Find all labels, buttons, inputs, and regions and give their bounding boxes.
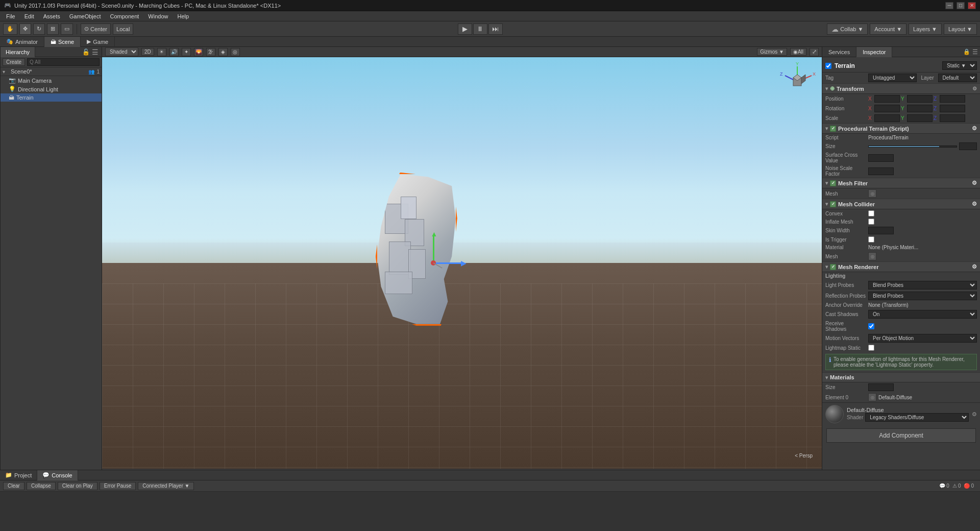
- mc-trigger-check[interactable]: [868, 236, 874, 243]
- pt-enable-check[interactable]: ✓: [830, 126, 836, 132]
- menu-gameobject[interactable]: GameObject: [65, 12, 105, 20]
- scene-root[interactable]: ▾ Scene0* 👥 1: [1, 67, 102, 76]
- mat-options-icon[interactable]: ⚙: [972, 411, 977, 418]
- transform-header[interactable]: ▾ ⊕ Transform ⚙: [822, 83, 980, 94]
- pos-y-input[interactable]: 0: [907, 95, 933, 103]
- layer-dropdown[interactable]: Default: [938, 74, 977, 82]
- menu-edit[interactable]: Edit: [20, 12, 38, 20]
- restore-btn[interactable]: □: [957, 2, 965, 9]
- anim-toggle[interactable]: ◎: [231, 48, 240, 56]
- pt-surface-input[interactable]: 0: [868, 154, 894, 162]
- menu-component[interactable]: Component: [106, 12, 143, 20]
- minimize-btn[interactable]: ─: [945, 2, 953, 9]
- mc-options[interactable]: ⚙: [972, 201, 977, 207]
- hierarchy-item-main-camera[interactable]: 📷 Main Camera: [1, 76, 102, 85]
- mr-reflection-select[interactable]: Blend Probes: [868, 292, 977, 300]
- local-toggle[interactable]: Local: [113, 23, 133, 35]
- mr-enable-check[interactable]: ✓: [830, 264, 836, 270]
- menu-assets[interactable]: Assets: [39, 12, 64, 20]
- mesh-renderer-header[interactable]: ▾ ✓ Mesh Renderer ⚙: [822, 261, 980, 272]
- mf-options[interactable]: ⚙: [972, 180, 977, 186]
- rot-z-input[interactable]: 0: [940, 105, 965, 112]
- collapse-button[interactable]: Collapse: [27, 482, 56, 490]
- shaded-dropdown[interactable]: Shaded: [105, 47, 138, 56]
- hierarchy-search[interactable]: [27, 58, 100, 66]
- inspector-options-icon[interactable]: ☰: [972, 49, 978, 56]
- pt-noise-input[interactable]: 8: [868, 167, 894, 175]
- scale-z-input[interactable]: 1: [940, 114, 965, 122]
- mc-convex-check[interactable]: [868, 210, 874, 216]
- pt-size-slider[interactable]: 25: [868, 142, 977, 150]
- rot-y-input[interactable]: 0: [907, 105, 933, 112]
- flare-toggle[interactable]: ◈: [218, 48, 228, 56]
- mr-cast-select[interactable]: On: [868, 310, 977, 319]
- hierarchy-lock-icon[interactable]: 🔓: [82, 49, 90, 56]
- tab-game[interactable]: ▶ Game: [81, 37, 115, 47]
- mr-lightmap-check[interactable]: [868, 345, 874, 351]
- tool-rect[interactable]: ▭: [61, 23, 73, 35]
- light-toggle[interactable]: ☀: [157, 48, 166, 56]
- mc-inflate-check[interactable]: [868, 219, 874, 225]
- hierarchy-item-terrain[interactable]: 🏔 Terrain: [1, 93, 102, 102]
- connected-player-button[interactable]: Connected Player ▼: [138, 482, 194, 490]
- pause-button[interactable]: ⏸: [473, 23, 487, 35]
- mf-enable-check[interactable]: ✓: [830, 180, 836, 186]
- procedural-terrain-header[interactable]: ▾ ✓ Procedural Terrain (Script) ⚙: [822, 123, 980, 134]
- step-button[interactable]: ⏭: [488, 23, 503, 35]
- tool-rotate[interactable]: ↻: [33, 23, 45, 35]
- close-btn[interactable]: ✕: [968, 2, 976, 9]
- menu-window[interactable]: Window: [144, 12, 172, 20]
- center-toggle[interactable]: ⊙ Center: [81, 23, 111, 35]
- hierarchy-item-directional-light[interactable]: 💡 Directional Light: [1, 85, 102, 93]
- layers-button[interactable]: Layers ▼: [909, 23, 942, 35]
- add-component-button[interactable]: Add Component: [826, 428, 976, 443]
- mat-size-input[interactable]: 1: [868, 383, 894, 391]
- static-dropdown[interactable]: Static ▼: [942, 61, 977, 70]
- tool-hand[interactable]: ✋: [3, 23, 17, 35]
- scene-canvas[interactable]: ▲ ▶ X: [102, 57, 822, 469]
- services-tab[interactable]: Services: [822, 47, 856, 57]
- mc-enable-check[interactable]: ✓: [830, 201, 836, 207]
- pt-options[interactable]: ⚙: [972, 125, 977, 132]
- tool-scale[interactable]: ⊞: [47, 23, 59, 35]
- mr-receive-check[interactable]: [868, 323, 874, 329]
- tag-dropdown[interactable]: Untagged: [868, 74, 917, 82]
- tab-console[interactable]: 💬 Console: [37, 470, 78, 480]
- create-button[interactable]: Create: [3, 58, 25, 66]
- tab-scene[interactable]: 🏔 Scene: [44, 37, 81, 47]
- clear-on-play-button[interactable]: Clear on Play: [58, 482, 97, 490]
- mr-options[interactable]: ⚙: [972, 263, 977, 270]
- clear-button[interactable]: Clear: [3, 482, 24, 490]
- toggle-2d[interactable]: 2D: [141, 48, 154, 56]
- maximize-button[interactable]: ⤢: [810, 48, 819, 56]
- mesh-collider-header[interactable]: ▾ ✓ Mesh Collider ⚙: [822, 199, 980, 209]
- fog-toggle[interactable]: 🌫: [206, 48, 215, 56]
- tab-project[interactable]: 📁 Project: [0, 470, 37, 480]
- hierarchy-tab[interactable]: Hierarchy: [1, 47, 35, 57]
- pos-x-input[interactable]: 0: [874, 95, 900, 103]
- menu-help[interactable]: Help: [173, 12, 193, 20]
- menu-file[interactable]: File: [2, 12, 19, 20]
- hierarchy-options-icon[interactable]: ☰: [92, 48, 99, 56]
- all-button[interactable]: ◉All: [790, 48, 806, 56]
- tool-move[interactable]: ✥: [19, 23, 31, 35]
- object-active-toggle[interactable]: [825, 63, 831, 69]
- mr-motion-select[interactable]: Per Object Motion: [868, 334, 977, 343]
- mr-light-probes-select[interactable]: Blend Probes: [868, 281, 977, 289]
- audio-toggle[interactable]: 🔊: [169, 48, 179, 56]
- transform-options[interactable]: ⚙: [972, 86, 977, 91]
- materials-header[interactable]: ▾ Materials: [822, 372, 980, 382]
- scale-x-input[interactable]: 1: [874, 114, 900, 122]
- pt-size-input[interactable]: 25: [959, 142, 977, 150]
- tab-animator[interactable]: 🎭 Animator: [0, 37, 44, 47]
- inspector-lock-icon[interactable]: 🔒: [963, 49, 970, 55]
- shader-select[interactable]: Legacy Shaders/Diffuse: [865, 413, 969, 422]
- error-pause-button[interactable]: Error Pause: [100, 482, 136, 490]
- orientation-gizmo[interactable]: X Y Z: [777, 61, 818, 102]
- mesh-filter-header[interactable]: ▾ ✓ Mesh Filter ⚙: [822, 178, 980, 188]
- skybox-toggle[interactable]: 🌄: [194, 48, 203, 56]
- play-button[interactable]: ▶: [458, 23, 472, 35]
- scale-y-input[interactable]: 1: [907, 114, 933, 122]
- rot-x-input[interactable]: 0: [874, 105, 900, 112]
- inspector-tab[interactable]: Inspector: [856, 47, 892, 57]
